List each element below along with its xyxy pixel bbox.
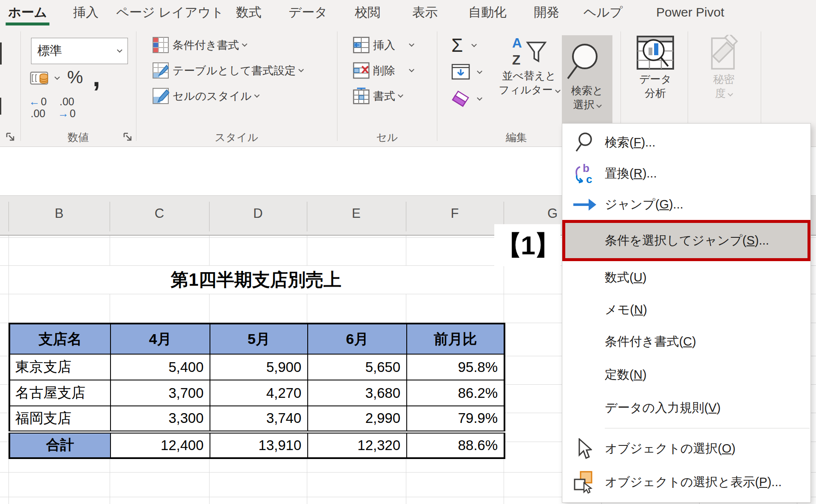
branch-name-cell[interactable]: 名古屋支店: [9, 380, 110, 406]
value-cell[interactable]: 3,740: [210, 406, 308, 432]
cells-group-label: セル: [337, 130, 437, 144]
menu-item-formulas[interactable]: 数式(U): [562, 261, 810, 294]
menu-item-label: ジャンプ(G)...: [605, 196, 683, 213]
menu-item-goto[interactable]: ジャンプ(G)...: [562, 189, 810, 220]
tab-view[interactable]: 表示: [412, 0, 438, 26]
tab-formulas[interactable]: 数式: [236, 0, 261, 26]
header-cell[interactable]: 支店名: [9, 324, 110, 354]
percent-style-button[interactable]: %: [67, 67, 83, 87]
column-header-B[interactable]: B: [40, 206, 78, 221]
svg-text:0: 0: [41, 96, 47, 107]
increase-decimal-button[interactable]: ← 0 .00: [28, 96, 54, 121]
menu-item-data-validation[interactable]: データの入力規則(V): [562, 391, 810, 425]
conditional-formatting-button[interactable]: 条件付き書式: [152, 37, 246, 53]
format-as-table-button[interactable]: テーブルとして書式設定: [152, 62, 303, 79]
ratio-cell[interactable]: 95.8%: [407, 354, 504, 380]
find-select-label-1: 検索と: [571, 84, 604, 98]
menu-item-notes[interactable]: メモ(N): [562, 294, 810, 325]
delete-cells-label: 削除: [373, 63, 395, 78]
sort-filter-icon: A Z: [511, 35, 547, 69]
branch-name-cell[interactable]: 東京支店: [9, 354, 110, 380]
total-ratio-cell[interactable]: 88.6%: [407, 432, 504, 458]
tab-help[interactable]: ヘルプ: [584, 0, 623, 26]
data-analysis-button[interactable]: データ 分析: [623, 35, 688, 100]
value-cell[interactable]: 3,300: [110, 406, 210, 432]
format-cells-button[interactable]: 書式: [353, 87, 402, 104]
sheet-title-cell[interactable]: 第1四半期支店別売上: [9, 266, 503, 294]
branch-name-cell[interactable]: 福岡支店: [9, 406, 110, 432]
tab-home[interactable]: ホーム: [8, 0, 47, 26]
menu-item-replace[interactable]: b c 置換(R)...: [562, 158, 810, 189]
table-total-row: 合計 12,400 13,910 12,320 88.6%: [9, 432, 504, 458]
search-icon: [572, 127, 597, 158]
sort-filter-button[interactable]: A Z 並べ替えと フィルター: [497, 35, 561, 97]
tab-developer[interactable]: 開発: [534, 0, 559, 26]
sensitivity-button: 秘密 度: [692, 35, 756, 100]
header-cell[interactable]: 6月: [308, 324, 407, 354]
value-cell[interactable]: 3,680: [308, 380, 407, 406]
menu-item-goto-special[interactable]: 条件を選択してジャンプ(S)...: [562, 220, 810, 261]
cell-styles-icon: [152, 87, 169, 104]
dialog-launcher-icon[interactable]: [5, 132, 16, 143]
ratio-cell[interactable]: 79.9%: [407, 406, 504, 432]
value-cell[interactable]: 3,700: [110, 380, 210, 406]
group-divider: [337, 31, 337, 141]
find-select-button[interactable]: 検索と 選択: [562, 35, 612, 123]
value-cell[interactable]: 5,400: [110, 354, 210, 380]
step-annotation: 【1】: [494, 224, 561, 266]
chevron-down-icon: [555, 87, 561, 93]
data-analysis-label-2: 分析: [645, 86, 666, 100]
decrease-decimal-button[interactable]: .00 → 0: [57, 96, 83, 121]
number-format-select[interactable]: 標準: [31, 38, 128, 64]
column-header-D[interactable]: D: [239, 206, 277, 221]
delete-cells-button[interactable]: 削除: [353, 62, 414, 79]
value-cell[interactable]: 5,900: [210, 354, 308, 380]
selection-pane-icon: [572, 466, 597, 499]
comma-style-button[interactable]: ,: [93, 61, 100, 93]
value-cell[interactable]: 4,270: [210, 380, 308, 406]
table-row: 福岡支店 3,300 3,740 2,990 79.9%: [9, 406, 504, 432]
column-header-C[interactable]: C: [140, 206, 178, 221]
menu-item-constants[interactable]: 定数(N): [562, 358, 810, 391]
total-value-cell[interactable]: 12,400: [110, 432, 210, 458]
header-cell[interactable]: 前月比: [407, 324, 504, 354]
tab-insert[interactable]: 挿入: [73, 0, 99, 26]
total-label-cell[interactable]: 合計: [9, 432, 110, 458]
column-header-F[interactable]: F: [436, 206, 474, 221]
menu-item-find[interactable]: 検索(F)...: [562, 127, 810, 158]
accounting-format-button[interactable]: [30, 69, 59, 87]
cell-styles-button[interactable]: セルのスタイル: [152, 87, 259, 104]
tab-data[interactable]: データ: [289, 0, 327, 26]
number-group-label: 数値: [20, 130, 136, 144]
column-divider: [209, 202, 210, 231]
chevron-down-icon: [409, 67, 414, 72]
chevron-down-icon: [597, 102, 602, 108]
insert-cells-button[interactable]: 挿入: [353, 37, 414, 53]
svg-text:Z: Z: [512, 52, 521, 68]
menu-item-select-objects[interactable]: オブジェクトの選択(O): [562, 432, 810, 466]
ratio-cell[interactable]: 86.2%: [407, 380, 504, 406]
header-cell[interactable]: 4月: [110, 324, 210, 354]
column-header-E[interactable]: E: [337, 206, 375, 221]
fill-button[interactable]: [451, 64, 482, 81]
table-header-row: 支店名 4月 5月 6月 前月比: [9, 324, 504, 354]
menu-item-conditional-formatting[interactable]: 条件付き書式(C): [562, 325, 810, 358]
autosum-button[interactable]: Σ: [451, 35, 476, 56]
header-cell[interactable]: 5月: [210, 324, 308, 354]
total-value-cell[interactable]: 13,910: [210, 432, 308, 458]
menu-item-selection-pane[interactable]: オブジェクトの選択と表示(P)...: [562, 466, 810, 499]
goto-arrow-icon: [572, 189, 597, 220]
tab-power-pivot[interactable]: Power Pivot: [656, 0, 724, 26]
total-value-cell[interactable]: 12,320: [308, 432, 407, 458]
table-row: 名古屋支店 3,700 4,270 3,680 86.2%: [9, 380, 504, 406]
value-cell[interactable]: 5,650: [308, 354, 407, 380]
clear-button[interactable]: [451, 90, 482, 108]
currency-icon: [30, 69, 52, 87]
tab-automate[interactable]: 自動化: [468, 0, 507, 26]
value-cell[interactable]: 2,990: [308, 406, 407, 432]
insert-cells-icon: [353, 37, 370, 53]
tab-page-layout[interactable]: ページ レイアウト: [116, 0, 224, 26]
tab-review[interactable]: 校閲: [355, 0, 380, 26]
group-divider: [20, 31, 21, 141]
number-dialog-launcher-icon[interactable]: [122, 132, 133, 143]
